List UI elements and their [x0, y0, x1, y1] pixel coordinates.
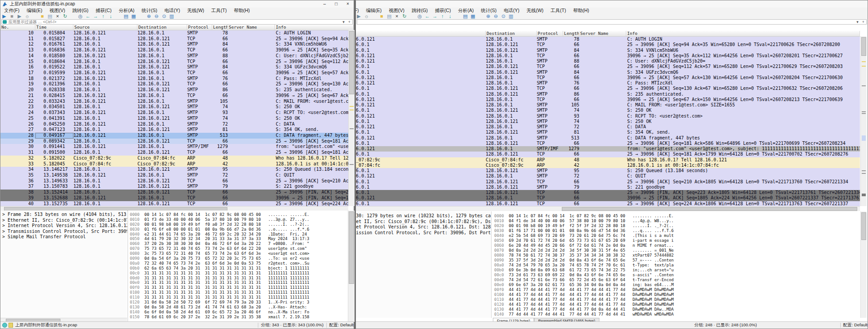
bytes-pane-vscrollbar[interactable]	[348, 211, 355, 322]
packet-row[interactable]: 190.021396128.16.0.1128.16.0.121TCP6625 …	[0, 81, 354, 87]
packet-row[interactable]: 310.091500128.16.0.1128.16.0.121TCP6625 …	[0, 150, 354, 156]
hex-line[interactable]: 0130 0d 0a 58 2d 48 61 73 2d 41 74 74 61…	[130, 305, 348, 310]
packet-list-hscrollbar[interactable]	[356, 206, 860, 211]
hex-line[interactable]: 0090 35 37 5f 3d 2d 2d 2d 2d 0d 0a 43 6f…	[494, 258, 861, 263]
packet-row[interactable]: Cisco_07:82:9cCisco_07:84:fcARP48Who has…	[356, 157, 860, 163]
packet-list-header[interactable]: DestinationProtocolLengthServer NameInfo	[356, 31, 860, 37]
hex-line[interactable]: 00e0 31 31 31 31 31 31 31 31 31 31 31 31…	[130, 280, 348, 285]
display-filter-input[interactable]: 应用显示过滤器 … <Ctrl-/> ▾ +	[1, 19, 353, 25]
packet-list-vscrollbar[interactable]	[348, 30, 355, 206]
packet-row[interactable]: 150.018604128.16.0.1128.16.0.121TCP6625 …	[0, 59, 354, 65]
hex-line[interactable]: 0070 75 73 65 72 31 40 74 65 73 74 2e 63…	[130, 246, 348, 251]
packet-row[interactable]: 128.16.0.1128.16.0.121SMTP84S: 334 UGFzc…	[356, 70, 860, 75]
detail-tree-line[interactable]: > Simple Mail Transfer Protocol	[2, 234, 127, 240]
toolbar-icon[interactable]: ▦	[130, 13, 137, 19]
menu-item[interactable]: 无线(W)	[184, 8, 208, 13]
hex-line[interactable]: 00f0 31 31 31 31 31 31 31 31 31 31 31 31…	[130, 285, 348, 290]
title-bar-right[interactable]	[356, 0, 868, 8]
close-button[interactable]: ×	[342, 0, 354, 8]
menu-item[interactable]: 视图(V)	[385, 8, 408, 13]
hex-line[interactable]: 0140 77 4d 44 41 77 4d 44 41 77 4d 44 41…	[494, 312, 861, 317]
packet-row[interactable]: 128.16.0.121128.16.0.1SMTP513C: DATA fra…	[356, 135, 860, 141]
detail-tree-line[interactable]: > Ethernet II, Src: Cisco_07:82:9c (00:1…	[356, 219, 491, 225]
toolbar-icon[interactable]: ▦	[469, 13, 477, 19]
packet-row[interactable]: 220.033243128.16.0.121128.16.0.1SMTP105C…	[0, 99, 354, 105]
menu-item[interactable]: 编辑(E)	[23, 8, 46, 13]
hex-line[interactable]: 0100 31 31 31 31 31 31 31 31 31 31 31 31…	[130, 290, 348, 295]
hex-line[interactable]: 0040 e2 5b 54 68 69 73 20 69 73 20 61 20…	[494, 233, 861, 238]
packet-row[interactable]: 128.16.0.1128.16.0.121SMTP81S: 354 OK, s…	[356, 130, 860, 135]
minimize-button[interactable]: –	[319, 0, 330, 8]
toolbar-icon[interactable]: ×	[54, 13, 61, 19]
menu-item[interactable]: 编辑(E)	[362, 8, 385, 13]
hex-line[interactable]: 0050 69 2d 70 61 72 74 20 6d 65 73 73 61…	[494, 238, 861, 243]
hex-line[interactable]: 0120 44 41 77 4d 44 41 77 4d 44 41 77 4d…	[494, 302, 861, 307]
packet-row[interactable]: 160.019522128.16.0.1128.16.0.121SMTP84S:…	[0, 64, 354, 70]
packet-row[interactable]: 3913.152688128.16.0.121128.16.0.1TCP6639…	[0, 195, 354, 201]
detail-tree-line[interactable]: > Transmission Control Protocol, Src Por…	[356, 230, 491, 236]
detail-tree-line[interactable]: > Internet Protocol Version 4, Src: 128.…	[356, 224, 491, 230]
toolbar-icon[interactable]: ■	[378, 13, 385, 19]
toolbar-icon[interactable]: ⊕	[484, 13, 492, 19]
packet-row[interactable]: Cisco_07:84:fcCisco_07:82:9cARP42128.16.…	[356, 163, 860, 168]
packet-row[interactable]: 300.091441128.16.0.121128.16.0.1SMTP/IMF…	[0, 144, 354, 150]
packet-row[interactable]: 3413.146217128.16.0.1128.16.0.121SMTP95S…	[0, 167, 354, 173]
hex-line[interactable]: 0030 01 f6 6f e8 00 00 01 01 08 0a 9b 66…	[130, 227, 348, 232]
hex-line[interactable]: 0120 31 0d 0a 58 2d 50 72 69 6f 72 69 74…	[130, 300, 348, 305]
toolbar-icon[interactable]: ↑	[99, 13, 107, 19]
hex-line[interactable]: 0130 44 41 77 4d 44 41 77 4d 44 41 77 0d…	[494, 307, 861, 312]
toolbar-icon[interactable]	[477, 13, 484, 19]
menu-item[interactable]: 分析(A)	[115, 8, 138, 13]
hex-line[interactable]: 00a0 74 2d 54 79 70 65 3a 20 74 65 78 74…	[494, 263, 861, 268]
packet-row[interactable]: 128.16.0.1128.16.0.121SMTP86S: 235 authe…	[356, 92, 860, 97]
hex-line[interactable]: 0060 6e 20 4d 49 4d 45 20 66 6f 72 6d 61…	[494, 243, 861, 248]
menu-item[interactable]: 无线(W)	[523, 8, 547, 13]
detail-tree-line[interactable]: > Frame 28: 513 bytes on wire (4104 bits…	[2, 212, 127, 218]
packet-row[interactable]: 100.015804128.16.0.121128.16.0.1SMTP78C:…	[0, 30, 354, 36]
hex-line[interactable]: 0110 31 31 31 31 31 31 31 31 31 31 31 31…	[130, 295, 348, 300]
hex-line[interactable]: 0000 00 14 1c 07 84 fc 00 14 1c 07 82 9c…	[494, 214, 861, 219]
menu-item[interactable]: 帮助(H)	[570, 8, 593, 13]
menu-item[interactable]: 帮助(H)	[231, 8, 254, 13]
toolbar-icon[interactable]: ←	[84, 13, 92, 19]
packet-row[interactable]: 130.016836128.16.0.121128.16.0.1TCP66390…	[0, 47, 354, 53]
packet-row[interactable]: 3713.150783128.16.0.1128.16.0.121SMTP79S…	[0, 184, 354, 190]
hex-line[interactable]: 00b0 69 6e 3b 0d 0a 09 63 68 61 72 73 65…	[494, 268, 861, 273]
packet-row[interactable]: 128.16.0.121128.16.0.1SMTP72C: DATA	[356, 124, 860, 130]
menu-item[interactable]: 分析(A)	[454, 8, 477, 13]
toolbar-icon[interactable]: ▤	[462, 13, 469, 19]
packet-row[interactable]: 128.16.0.121128.16.0.1SMTP72C: QUIT	[356, 173, 860, 179]
packet-row[interactable]: 230.034501128.16.0.1128.16.0.121SMTP74S:…	[0, 104, 354, 110]
toolbar-icon[interactable]	[408, 13, 416, 19]
menu-item[interactable]: 电话(Y)	[500, 8, 523, 13]
detail-tree-line[interactable]: > Frame 30: 1279 bytes on wire (10232 bi…	[356, 213, 491, 219]
toolbar-icon[interactable]: ↻	[401, 13, 408, 19]
menu-item[interactable]: 工具(T)	[208, 8, 230, 13]
toolbar-icon[interactable]	[454, 13, 462, 19]
hex-line[interactable]: 0090 0d 0a 54 6f 3a 20 75 73 65 72 32 20…	[130, 256, 348, 261]
packet-row[interactable]: 3613.149633128.16.0.1128.16.0.121TCP6625…	[0, 178, 354, 184]
toolbar-icon[interactable]: ⊖	[492, 13, 500, 19]
toolbar-icon[interactable]: ▤	[122, 13, 130, 19]
filter-dropdown-icon[interactable]: ▾	[341, 20, 346, 24]
packet-row[interactable]: 128.16.0.1128.16.0.121TCP6625 → 39096 [A…	[356, 179, 860, 185]
packet-row[interactable]: 128.16.0.121128.16.0.1SMTP105C: MAIL FRO…	[356, 102, 860, 108]
menu-item[interactable]: 文件(F)	[356, 8, 362, 13]
packet-row[interactable]: 210.028415128.16.0.121128.16.0.1TCP66390…	[0, 93, 354, 99]
packet-row[interactable]: 128.16.0.121128.16.0.1TCP6639096 → 25 [A…	[356, 97, 860, 102]
packet-row[interactable]: 270.047123128.16.0.1128.16.0.121SMTP81S:…	[0, 127, 354, 133]
packet-row[interactable]: 128.16.0.1128.16.0.121SMTP74S: 250 OK	[356, 108, 860, 113]
hex-line[interactable]: 00c0 31 31 31 31 31 31 31 31 31 31 31 31…	[130, 271, 348, 276]
packet-row[interactable]: 280.049167128.16.0.121128.16.0.1SMTP513C…	[0, 133, 354, 139]
packet-list-header[interactable]: No.TimeSourceDestinationProtocolLengthSe…	[0, 25, 354, 30]
packet-row[interactable]: 140.018580128.16.0.121128.16.0.1SMTP88C:…	[0, 53, 354, 59]
toolbar-icon[interactable]: ▥	[507, 13, 515, 19]
toolbar-icon[interactable]: ⊙	[500, 13, 507, 19]
packet-row[interactable]: 325.182022Cisco_07:82:9cCisco_07:84:fcAR…	[0, 156, 354, 161]
toolbar-icon[interactable]: ⊕	[145, 13, 153, 19]
hex-line[interactable]: 00a0 72 32 40 74 65 73 74 2e 63 6f 6d 3e…	[130, 261, 348, 266]
filter-add-icon[interactable]: +	[346, 20, 352, 24]
toolbar-icon[interactable]: ↓	[446, 13, 454, 19]
filter-bookmark-icon[interactable]	[3, 20, 7, 24]
hex-line[interactable]: 0080 78 74 50 61 72 74 30 37 35 37 34 34…	[494, 253, 861, 258]
